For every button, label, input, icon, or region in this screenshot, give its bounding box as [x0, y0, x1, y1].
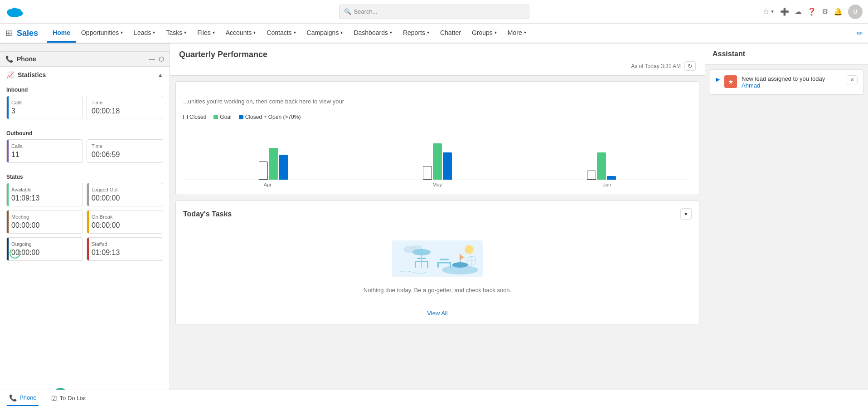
chart-container: ...unities you're working on, then come … [175, 81, 699, 195]
chart-message: ...unities you're working on, then come … [183, 89, 692, 114]
loggedout-value: 00:00:00 [92, 194, 158, 202]
nav-edit-icon[interactable]: ✏ [857, 29, 863, 38]
status-label: Status [6, 174, 163, 180]
apr-bars [259, 148, 288, 180]
svg-rect-12 [427, 261, 428, 268]
inbound-calls-bar [7, 96, 9, 119]
outbound-time-label: Time [92, 143, 158, 149]
nav-item-contacts[interactable]: Contacts ▾ [261, 24, 301, 43]
status-staffed-card: Staffed 01:09:13 [87, 237, 163, 261]
available-bar [7, 183, 9, 206]
chart-area [183, 126, 692, 180]
assistant-text: New lead assigned to you today Ahmad [742, 75, 842, 89]
tasks-illustration [392, 236, 483, 281]
inbound-time-label: Time [92, 100, 158, 105]
grid-icon[interactable]: ⊞ [5, 28, 12, 38]
bell-icon[interactable]: 🔔 [834, 7, 843, 16]
expand-button[interactable]: ⬡ [159, 55, 164, 63]
nav-item-accounts[interactable]: Accounts ▾ [220, 24, 262, 43]
nav-item-leads[interactable]: Leads ▾ [128, 24, 160, 43]
inbound-stats-row: Calls 3 Time 00:00:18 [6, 96, 163, 119]
nav-item-reports[interactable]: Reports ▾ [398, 24, 435, 43]
assistant-header: Assistant [705, 44, 868, 65]
favorites-icon[interactable]: ☆ ▼ [763, 7, 775, 16]
inbound-calls-label: Calls [11, 100, 78, 105]
bottom-bar: 📞 Phone ☑ To Do List [0, 390, 868, 406]
meeting-value: 00:00:00 [11, 221, 78, 230]
nav-item-more[interactable]: More ▾ [502, 24, 532, 43]
legend-closed: Closed [183, 114, 206, 120]
onbreak-label: On Break [92, 214, 158, 220]
dashboard-meta: As of Today 3:31 AM ↻ [179, 61, 696, 71]
statistics-header[interactable]: 📈 Statistics ▲ [0, 67, 170, 83]
assistant-badge: ★ [724, 75, 737, 88]
bottom-tab-todo[interactable]: ☑ To Do List [49, 390, 88, 406]
assistant-close-button[interactable]: ✕ [847, 75, 858, 84]
nav-item-dashboards[interactable]: Dashboards ▾ [348, 24, 398, 43]
tasks-header: Today's Tasks ▾ [183, 208, 692, 220]
closed-label: Closed [189, 114, 206, 120]
nav-bar: ⊞ Sales Home Opportunities ▾ Leads ▾ Tas… [0, 24, 868, 44]
minimize-button[interactable]: — [149, 55, 155, 63]
refresh-button[interactable]: ↻ [684, 61, 696, 71]
closed-open-label: Closed + Open (>70%) [245, 114, 301, 120]
svg-rect-16 [440, 259, 449, 260]
nav-item-chatter[interactable]: Chatter [435, 24, 466, 43]
onbreak-bar [87, 210, 89, 233]
svg-rect-11 [415, 261, 416, 268]
nav-item-files[interactable]: Files ▾ [192, 24, 220, 43]
cloud-icon[interactable]: ☁ [795, 7, 802, 16]
content-area: Quarterly Performance As of Today 3:31 A… [170, 44, 705, 406]
jun-open-bar [607, 176, 616, 180]
nav-item-opportunities[interactable]: Opportunities ▾ [76, 24, 128, 43]
tasks-empty-text: Nothing due today. Be a go-getter, and c… [364, 287, 511, 293]
assistant-expand-icon[interactable]: ▶ [716, 76, 720, 83]
inbound-calls-card: Calls 3 [6, 96, 83, 119]
nav-item-campaigns[interactable]: Campaigns ▾ [301, 24, 349, 43]
search-icon: 🔍 [344, 8, 351, 15]
statistics-title: Statistics [18, 71, 157, 78]
assistant-main-text: New lead assigned to you today [742, 75, 842, 82]
apr-label: Apr [264, 182, 272, 187]
chart-legend: Closed Goal Closed + Open (>70%) [183, 114, 692, 120]
nav-item-groups[interactable]: Groups ▾ [466, 24, 502, 43]
status-meeting-card: Meeting 00:00:00 [6, 210, 83, 234]
outbound-group: Outbound Calls 11 Time 00:06:59 [0, 127, 170, 170]
staffed-label: Staffed [92, 241, 158, 247]
status-outgoing-card: Outgoing 00:00:00 [6, 237, 83, 261]
search-input[interactable] [354, 8, 524, 15]
outgoing-spinner [10, 248, 20, 259]
bottom-tab-phone[interactable]: 📞 Phone [7, 390, 39, 406]
loggedout-label: Logged Out [92, 187, 158, 192]
collapse-icon[interactable]: ▲ [157, 72, 163, 78]
help-icon[interactable]: ❓ [807, 7, 816, 16]
nav-item-tasks[interactable]: Tasks ▾ [160, 24, 192, 43]
loggedout-bar [87, 183, 89, 206]
assistant-link[interactable]: Ahmad [742, 82, 760, 89]
inbound-group: Inbound Calls 3 Time 00:00:18 [0, 83, 170, 127]
view-all-link[interactable]: View All [183, 310, 692, 317]
phone-header: 📞 Phone — ⬡ [0, 52, 170, 67]
outbound-calls-bar [7, 140, 9, 162]
salesforce-logo[interactable] [5, 3, 24, 21]
chart-labels: Apr May Jun [183, 182, 692, 187]
avatar[interactable]: U [848, 5, 863, 19]
assistant-item: ▶ ★ New lead assigned to you today Ahmad… [716, 75, 858, 89]
search-bar[interactable]: 🔍 [339, 5, 529, 19]
goal-dot [213, 115, 218, 119]
phone-tab-icon: 📞 [9, 394, 17, 401]
may-label: May [432, 182, 442, 187]
gear-icon[interactable]: ⚙ [822, 7, 828, 16]
inbound-time-value: 00:00:18 [92, 107, 158, 115]
statistics-section: 📈 Statistics ▲ Inbound Calls 3 Time 00:0… [0, 67, 170, 384]
tasks-dropdown-button[interactable]: ▾ [680, 208, 692, 220]
add-icon[interactable]: ➕ [780, 7, 789, 16]
meeting-bar [7, 210, 9, 233]
nav-item-home[interactable]: Home [47, 24, 76, 43]
outgoing-label: Outgoing [11, 241, 78, 247]
apr-closed-bar [259, 161, 268, 180]
todo-tab-icon: ☑ [51, 395, 57, 402]
dashboard-header: Quarterly Performance As of Today 3:31 A… [170, 44, 705, 76]
assistant-panel: Assistant ▶ ★ New lead assigned to you t… [705, 44, 868, 406]
svg-point-4 [8, 12, 21, 17]
